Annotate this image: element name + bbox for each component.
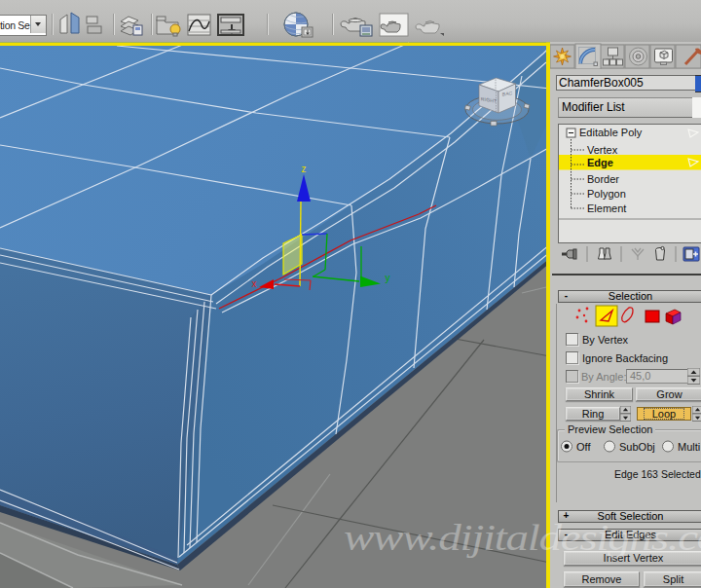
svg-text:y: y: [386, 273, 390, 283]
svg-text:z: z: [302, 164, 307, 174]
svg-text:x: x: [252, 278, 257, 289]
